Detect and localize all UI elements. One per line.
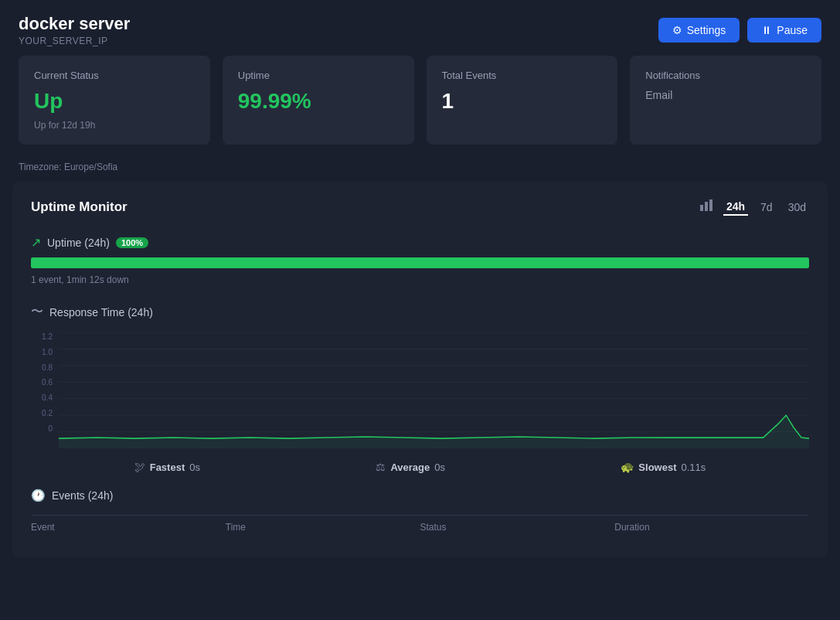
timezone-bar: Timezone: Europe/Sofia (0, 157, 840, 182)
uptime-sub: 1 event, 1min 12s down (31, 274, 809, 285)
uptime-label: Uptime (238, 70, 399, 81)
current-status-card: Current Status Up Up for 12d 19h (19, 56, 210, 145)
clock-icon: 🕐 (31, 489, 46, 502)
uptime-section-header: ↗ Uptime (24h) 100% (31, 235, 809, 250)
svg-rect-2 (709, 199, 712, 211)
notifications-label: Notifications (645, 70, 806, 81)
timezone-label: Timezone: Europe/Sofia (19, 162, 117, 172)
fastest-value: 0s (189, 462, 200, 473)
average-label: Average (390, 462, 430, 473)
response-icon: 〜 (31, 304, 43, 320)
col-status: Status (420, 522, 615, 533)
events-section: 🕐 Events (24h) Event Time Status Duratio… (31, 489, 809, 539)
time-btn-30d[interactable]: 30d (785, 199, 809, 215)
trend-up-icon: ↗ (31, 235, 41, 250)
uptime-badge: 100% (116, 237, 148, 248)
monitor-header: Uptime Monitor 24h 7d 30d (31, 197, 809, 216)
monitor-controls: 24h 7d 30d (699, 197, 809, 216)
y-label-1: 1.2 (31, 332, 56, 341)
stats-row: 🕊 Fastest 0s ⚖ Average 0s 🐢 Slowest 0.11… (31, 461, 809, 473)
server-ip: YOUR_SERVER_IP (19, 36, 130, 46)
fastest-icon: 🕊 (134, 461, 145, 473)
y-label-2: 1.0 (31, 348, 56, 356)
col-event: Event (31, 522, 226, 533)
header-left: docker server YOUR_SERVER_IP (19, 14, 130, 46)
slowest-value: 0.11s (681, 462, 706, 473)
fastest-stat: 🕊 Fastest 0s (134, 461, 200, 473)
current-status-sub: Up for 12d 19h (34, 120, 195, 131)
average-value: 0s (434, 462, 445, 473)
total-events-label: Total Events (442, 70, 603, 81)
response-chart-svg (59, 332, 809, 448)
cards-row: Current Status Up Up for 12d 19h Uptime … (0, 56, 840, 145)
header: docker server YOUR_SERVER_IP ⚙ Settings … (0, 0, 840, 56)
uptime-card: Uptime 99.99% (223, 56, 414, 145)
average-icon: ⚖ (376, 461, 386, 473)
uptime-section-title: Uptime (24h) (47, 237, 110, 249)
response-section: 〜 Response Time (24h) 1.2 1.0 0.8 0.6 0.… (31, 304, 809, 448)
y-label-6: 0.2 (31, 409, 56, 417)
uptime-bar-fill (31, 257, 809, 268)
server-name: docker server (19, 14, 130, 34)
notifications-card: Notifications Email (630, 56, 821, 145)
total-events-card: Total Events 1 (427, 56, 618, 145)
events-table-header: Event Time Status Duration (31, 515, 809, 539)
header-buttons: ⚙ Settings ⏸ Pause (658, 18, 821, 43)
events-header: 🕐 Events (24h) (31, 489, 809, 502)
notifications-value: Email (645, 89, 806, 101)
y-label-7: 0 (31, 424, 56, 433)
svg-rect-1 (705, 202, 708, 211)
response-section-title: Response Time (24h) (49, 306, 153, 319)
y-label-4: 0.6 (31, 378, 56, 387)
y-label-5: 0.4 (31, 393, 56, 402)
slowest-stat: 🐢 Slowest 0.11s (621, 461, 706, 473)
col-duration: Duration (614, 522, 809, 533)
current-status-value: Up (34, 89, 195, 114)
response-section-header: 〜 Response Time (24h) (31, 304, 809, 320)
monitor-title: Uptime Monitor (31, 199, 128, 215)
bar-chart-icon (699, 197, 714, 216)
current-status-label: Current Status (34, 70, 195, 81)
events-title: Events (24h) (52, 489, 113, 502)
uptime-value: 99.99% (238, 89, 399, 114)
time-btn-24h[interactable]: 24h (723, 199, 748, 216)
settings-button[interactable]: ⚙ Settings (658, 18, 740, 43)
settings-label: Settings (687, 24, 726, 36)
time-btn-7d[interactable]: 7d (757, 199, 776, 215)
chart-svg-container (59, 332, 809, 448)
slowest-icon: 🐢 (621, 461, 634, 473)
chart-area: 1.2 1.0 0.8 0.6 0.4 0.2 0 (31, 332, 809, 448)
pause-icon: ⏸ (761, 24, 772, 36)
pause-label: Pause (777, 24, 808, 36)
uptime-bar (31, 257, 809, 268)
average-stat: ⚖ Average 0s (376, 461, 445, 473)
y-axis: 1.2 1.0 0.8 0.6 0.4 0.2 0 (31, 332, 56, 433)
pause-button[interactable]: ⏸ Pause (747, 18, 821, 43)
col-time: Time (226, 522, 420, 533)
settings-icon: ⚙ (672, 24, 682, 36)
total-events-value: 1 (442, 89, 603, 114)
y-label-3: 0.8 (31, 363, 56, 372)
slowest-label: Slowest (638, 462, 676, 473)
svg-rect-0 (700, 205, 703, 211)
fastest-label: Fastest (150, 462, 185, 473)
monitor-panel: Uptime Monitor 24h 7d 30d ↗ Uptime (24h)… (12, 182, 828, 557)
